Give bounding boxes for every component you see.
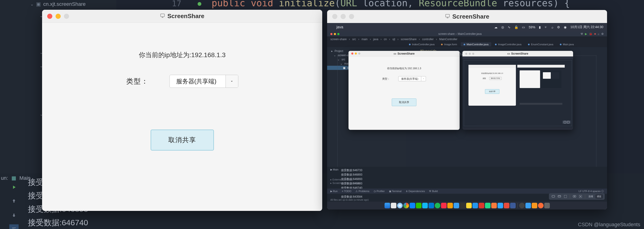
maximize-icon xyxy=(337,33,340,35)
minimize-icon[interactable] xyxy=(340,14,346,19)
gear-icon: ⚙ xyxy=(601,32,604,35)
ide-title: screen-share – MainController.java xyxy=(438,32,482,35)
cloud-icon: ☁ xyxy=(494,25,498,29)
rerun-icon[interactable] xyxy=(9,183,18,192)
svg-rect-0 xyxy=(161,14,164,17)
app-icon xyxy=(504,203,510,208)
maximize-icon[interactable] xyxy=(349,14,354,19)
code-editor[interactable]: 17 public void initialize(URL location, … xyxy=(163,0,644,8)
inner-viewer-window: ▭ScreenShare 你当前的ip地址为:192.168.1.3 类型 服务… xyxy=(462,51,573,130)
tree-row[interactable]: ⌄ ▣ cn.xjt.screenShare xyxy=(0,0,116,8)
wave-icon: ∿ xyxy=(508,25,510,29)
chrome-icon xyxy=(403,203,409,208)
record-selection-icon xyxy=(578,194,583,199)
window-title: ScreenShare xyxy=(452,13,490,20)
svg-rect-1 xyxy=(446,14,450,17)
launchpad-icon xyxy=(391,203,396,208)
siri-icon: ◉ xyxy=(564,25,566,29)
appstore-icon xyxy=(410,203,415,208)
code-text: public void initialize(URL location, Res… xyxy=(212,0,570,8)
wechat-icon xyxy=(416,203,422,208)
titlebar[interactable]: ScreenShare xyxy=(327,10,607,23)
spotify-icon xyxy=(435,203,440,208)
arrow-up-icon[interactable] xyxy=(9,197,18,206)
bug-icon: 🐞 xyxy=(589,32,592,35)
status-message: All files are up-to-date (a minute ago) xyxy=(330,199,369,201)
chevron-down-icon[interactable] xyxy=(226,75,238,88)
screenshare-server-window[interactable]: ScreenShare 你当前的ip地址为:192.168.1.3 类型： 服务… xyxy=(42,10,322,211)
svg-rect-4 xyxy=(564,195,567,198)
play-icon: ▶ xyxy=(585,32,587,35)
ip-address-text: 你当前的ip地址为:192.168.1.3 xyxy=(42,51,322,59)
screenshare-viewer-window[interactable]: ScreenShare java ☁ ◎ ∿ 🔒 ▭ 59% ▮ ᯤ ⌕ ⚙ ◉… xyxy=(327,10,607,210)
safari-icon xyxy=(397,203,403,208)
minimize-icon[interactable] xyxy=(56,14,61,19)
traffic-lights[interactable] xyxy=(332,14,354,19)
terminal-icon xyxy=(460,203,466,208)
minimize-icon xyxy=(334,33,336,35)
run-toolbar[interactable]: un: ▦ Main xyxy=(1,175,30,181)
music-icon xyxy=(441,203,446,208)
screen-icon: ▭ xyxy=(394,52,396,55)
close-icon xyxy=(330,33,332,35)
editor-tab: IndexController.java xyxy=(406,42,437,46)
console-line: 接受数据:646740 xyxy=(28,216,616,229)
package-icon: ▣ xyxy=(36,1,41,7)
titlebar[interactable]: ScreenShare xyxy=(42,10,322,23)
vscode-icon xyxy=(428,203,434,208)
utility-icon xyxy=(447,203,453,208)
folder-icon xyxy=(526,203,531,208)
capture-button: 捕捉 xyxy=(596,194,603,199)
maximize-icon[interactable] xyxy=(64,14,69,19)
gutter-marker-icon[interactable] xyxy=(198,2,201,6)
arrow-down-icon[interactable] xyxy=(9,211,18,220)
close-icon[interactable] xyxy=(47,14,52,19)
inner-server-window: ▭ScreenShare 你当前的ip地址为:192.168.1.3 类型： 服… xyxy=(348,51,460,130)
redis-icon xyxy=(479,203,484,208)
remote-screen-view[interactable]: java ☁ ◎ ∿ 🔒 ▭ 59% ▮ ᯤ ⌕ ⚙ ◉ 10月1日 周六 22… xyxy=(327,23,607,210)
search-icon: ⌕ xyxy=(598,32,599,35)
photoshop-icon xyxy=(498,203,503,208)
options-button: 选项 xyxy=(587,194,594,199)
close-icon[interactable] xyxy=(332,14,337,19)
chevron-icon: ⌄ xyxy=(340,62,342,65)
cancel-share-button[interactable]: 取消共享 xyxy=(151,130,214,151)
ide-titlebar: screen-share – MainController.java ⚒ ▶ 🐞… xyxy=(327,31,607,36)
cancel-button: 取消共享 xyxy=(392,98,416,106)
editor-tab: MainController.java xyxy=(461,42,491,46)
screenshot-toolbar: 选项 捕捉 xyxy=(549,193,605,200)
editor-tabs: IndexController.java Image.form MainCont… xyxy=(327,41,607,47)
ip-text: 你当前的ip地址为:192.168.1.3 xyxy=(348,67,460,70)
clion-icon xyxy=(485,203,490,208)
window-title: ScreenShare xyxy=(168,12,204,20)
type-label: 类型： xyxy=(382,77,390,81)
select: 服务器(共享端) xyxy=(398,76,426,81)
run-config-icon: ▦ xyxy=(12,175,16,181)
docker-icon xyxy=(472,203,478,208)
type-select[interactable]: 服务器(共享端) xyxy=(170,75,238,88)
traffic-lights[interactable] xyxy=(47,14,69,19)
line-number: 17 xyxy=(163,0,181,8)
macos-dock xyxy=(327,202,607,210)
editor-tab: ImageController.java xyxy=(492,42,524,46)
screen-icon xyxy=(445,13,450,20)
control-center-icon: ⚙ xyxy=(557,25,560,29)
editor-tab: Image.form xyxy=(438,42,460,46)
soft-wrap-icon[interactable] xyxy=(9,224,18,229)
postman-icon xyxy=(538,203,544,208)
extlib-section: ▸ External Libraries ▸ Scratches and Con… xyxy=(327,177,406,189)
console-line: 接受数据:646733 xyxy=(341,168,593,173)
console-line: 接受数据:646893 xyxy=(341,173,593,177)
editor-tab: EnumConstant.java xyxy=(525,42,556,46)
svg-point-8 xyxy=(580,196,581,197)
menubar-date: 10月1日 周六 22:44:30 xyxy=(570,25,603,29)
window-icon xyxy=(557,194,562,199)
screen-icon: ▭ xyxy=(507,52,510,55)
record-screen-icon xyxy=(572,194,577,199)
editor-tab: Main.java xyxy=(557,42,576,46)
sublime-icon xyxy=(532,203,537,208)
menubar-app: java xyxy=(336,25,343,29)
idea-icon xyxy=(491,203,497,208)
tree-item-label: cn.xjt.screenShare xyxy=(43,1,86,7)
chevron-icon: ⌄ xyxy=(334,54,336,57)
